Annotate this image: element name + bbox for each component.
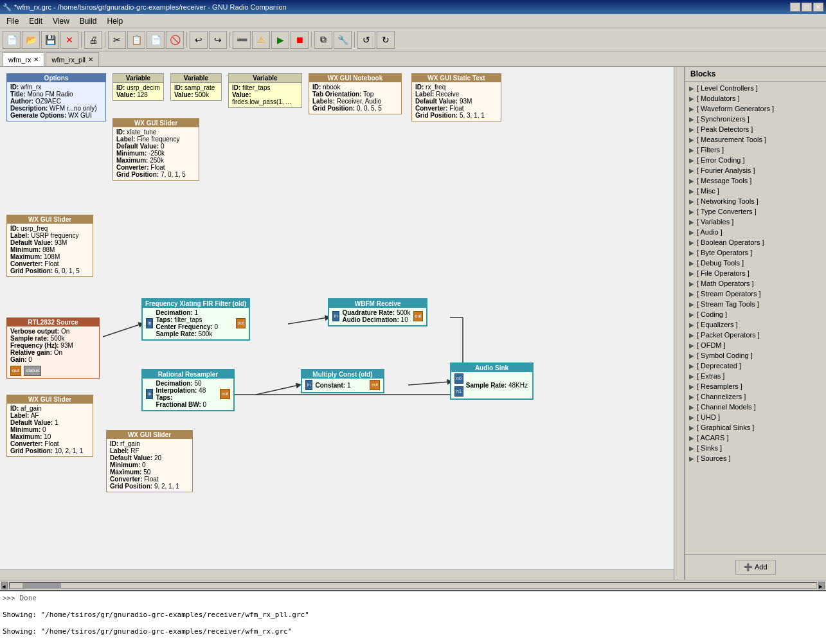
block-item[interactable]: ▶[ Modulators ] [687,93,825,103]
freq-xlating-block[interactable]: Frequency Xlating FIR Filter (old) in De… [141,298,250,341]
freq-out-port[interactable]: out [236,318,246,328]
rtl-source-block[interactable]: RTL2832 Source Verbose output: On Sample… [6,318,100,379]
block-item[interactable]: ▶[ Packet Operators ] [687,330,825,340]
hscroll-left-arrow[interactable]: ◂ [1,582,8,589]
run-button[interactable]: ▶ [271,31,289,49]
var1-block[interactable]: Variable ID: usrp_decim Value: 128 [112,73,164,101]
wx-static-text-block[interactable]: WX GUI Static Text ID: rx_freq Label: Re… [411,73,501,121]
block-item[interactable]: ▶[ Stream Tag Tools ] [687,299,825,309]
block-item[interactable]: ▶[ Channelizers ] [687,391,825,402]
close-file-button[interactable]: ✕ [60,31,78,49]
undo-button[interactable]: ↩ [190,31,208,49]
block-item[interactable]: ▶[ Type Converters ] [687,206,825,217]
block-item[interactable]: ▶[ OFDM ] [687,340,825,350]
canvas-hscrollbar-outer[interactable]: ◂ ▸ [0,580,826,590]
rational-resampler-block[interactable]: Rational Resampler in Decimation: 50 Int… [141,369,235,411]
multiply-const-block[interactable]: Multiply Const (old) in Constant: 1 out [301,369,384,393]
block-item[interactable]: ▶[ Sources ] [687,453,825,463]
block-item[interactable]: ▶[ Waveform Generators ] [687,103,825,114]
options-block[interactable]: Options ID: wfm_rx Title: Mono FM Radio … [6,73,106,121]
block-item[interactable]: ▶[ Synchronizers ] [687,114,825,124]
rr-out-port[interactable]: out [220,389,230,399]
canvas-hscroll[interactable] [0,569,674,580]
block-item[interactable]: ▶[ Deprecated ] [687,361,825,371]
hscroll-right-arrow[interactable]: ▸ [818,582,825,589]
block-item[interactable]: ▶[ Stream Operators ] [687,289,825,299]
menu-item-view[interactable]: View [48,15,75,27]
blocks-list[interactable]: ▶[ Level Controllers ]▶[ Modulators ]▶[ … [685,82,826,554]
wx-slider1-block[interactable]: WX GUI Slider ID: xlate_tune Label: Fine… [112,118,199,181]
block-item[interactable]: ▶[ ACARS ] [687,433,825,443]
errors-button[interactable]: ⚠ [252,31,270,49]
block-item[interactable]: ▶[ Networking Tools ] [687,196,825,206]
delete-button[interactable]: 🚫 [166,31,184,49]
as-in1-port[interactable]: n1 [454,386,463,397]
hscroll-track[interactable] [9,582,817,589]
menu-item-edit[interactable]: Edit [24,15,48,27]
wx-slider3-block[interactable]: WX GUI Slider ID: af_gain Label: AF Defa… [6,395,93,457]
var2-block[interactable]: Variable ID: samp_rate Value: 500k [170,73,222,101]
block-item[interactable]: ▶[ Measurement Tools ] [687,134,825,145]
block-item[interactable]: ▶[ Message Tools ] [687,175,825,186]
wx-notebook-block[interactable]: WX GUI Notebook ID: nbook Tab Orientatio… [309,73,402,114]
block-item[interactable]: ▶[ Sinks ] [687,443,825,453]
add-block-button[interactable]: ➕ Add [735,560,775,575]
block-item[interactable]: ▶[ Equalizers ] [687,319,825,330]
tab-close-pll[interactable]: ✕ [88,56,93,63]
minimize-button[interactable]: _ [790,3,800,12]
stop-button[interactable]: ⏹ [291,31,309,49]
block-item[interactable]: ▶[ Coding ] [687,309,825,319]
menu-item-file[interactable]: File [1,15,24,27]
block-item[interactable]: ▶[ Peak Detectors ] [687,124,825,134]
mc-in-port[interactable]: in [305,380,312,390]
block-item[interactable]: ▶[ Symbol Coding ] [687,350,825,361]
rr-in-port[interactable]: in [146,389,153,399]
cut-button[interactable]: ✂ [108,31,126,49]
canvas-area[interactable]: Options ID: wfm_rx Title: Mono FM Radio … [0,67,685,580]
mc-out-port[interactable]: out [370,380,380,390]
wx-slider4-block[interactable]: WX GUI Slider ID: rf_gain Label: RF Defa… [106,430,193,492]
close-button[interactable]: ✕ [813,3,823,12]
debug-button[interactable]: 🔧 [334,31,352,49]
tab-wfm-rx-pll[interactable]: wfm_rx_pll ✕ [46,52,99,66]
block-item[interactable]: ▶[ File Operators ] [687,268,825,278]
freq-in-port[interactable]: in [146,318,153,328]
maximize-button[interactable]: □ [802,3,812,12]
paste-button[interactable]: 📄 [147,31,165,49]
print-button[interactable]: 🖨 [84,31,102,49]
block-item[interactable]: ▶[ Filters ] [687,145,825,155]
block-item[interactable]: ▶[ Graphical Sinks ] [687,422,825,433]
save-button[interactable]: 💾 [41,31,59,49]
block-item[interactable]: ▶[ Channel Models ] [687,402,825,412]
canvas-vscroll[interactable] [674,67,684,580]
var3-block[interactable]: Variable ID: filter_taps Value: firdes.l… [228,73,302,108]
open-button[interactable]: 📂 [22,31,40,49]
wbfm-block[interactable]: WBFM Receive in Quadrature Rate: 500k Au… [328,298,427,326]
menu-item-build[interactable]: Build [75,15,102,27]
block-item[interactable]: ▶[ Error Coding ] [687,155,825,165]
as-in0-port[interactable]: n0 [454,373,463,384]
rtl-status-port[interactable]: status [24,366,41,376]
block-item[interactable]: ▶[ Debug Tools ] [687,258,825,268]
block-item[interactable]: ▶[ Boolean Operators ] [687,237,825,247]
block-item[interactable]: ▶[ Misc ] [687,186,825,196]
wx-slider2-block[interactable]: WX GUI Slider ID: usrp_freq Label: USRP … [6,215,93,277]
block-item[interactable]: ▶[ Byte Operators ] [687,247,825,258]
new-button[interactable]: 📄 [3,31,21,49]
refresh2-button[interactable]: ↻ [377,31,395,49]
zoom-out-button[interactable]: ➖ [233,31,251,49]
wbfm-out-port[interactable]: out [413,311,424,321]
audio-sink-block[interactable]: Audio Sink n0 n1 Sample Rate: 48KHz [450,362,534,400]
block-item[interactable]: ▶[ Level Controllers ] [687,83,825,93]
block-item[interactable]: ▶[ Resamplers ] [687,381,825,391]
block-item[interactable]: ▶[ UHD ] [687,412,825,422]
block-item[interactable]: ▶[ Fourier Analysis ] [687,165,825,175]
redo-button[interactable]: ↪ [209,31,227,49]
block-item[interactable]: ▶[ Audio ] [687,227,825,237]
copy-button[interactable]: 📋 [127,31,145,49]
block-item[interactable]: ▶[ Variables ] [687,217,825,227]
wbfm-in-port[interactable]: in [332,311,339,321]
menu-item-help[interactable]: Help [102,15,129,27]
flow-button[interactable]: ⧉ [314,31,332,49]
rtl-out-port[interactable]: out [10,366,21,376]
